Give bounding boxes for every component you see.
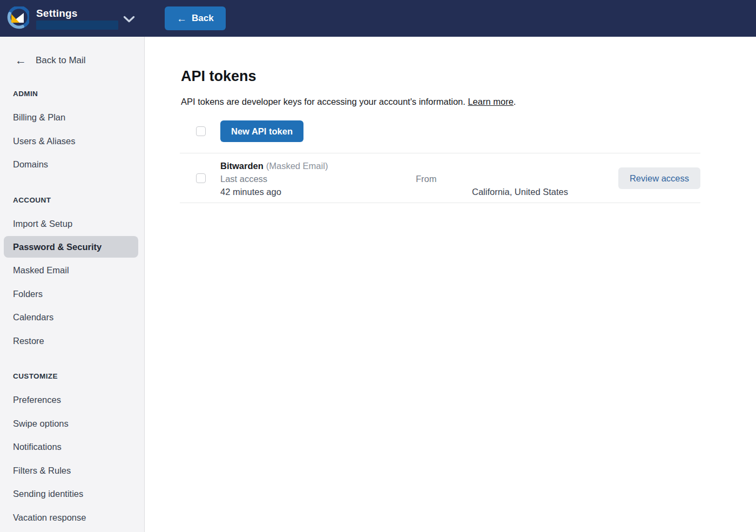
section-header-admin: ADMIN xyxy=(0,90,144,98)
sidebar-item-folders[interactable]: Folders xyxy=(0,282,144,306)
account-name-redacted xyxy=(36,21,118,30)
main-content: API tokens API tokens are developer keys… xyxy=(145,37,756,532)
sidebar-item-filters-rules[interactable]: Filters & Rules xyxy=(0,459,144,483)
sidebar-item-swipe-options[interactable]: Swipe options xyxy=(0,412,144,436)
sidebar-item-notifications[interactable]: Notifications xyxy=(0,435,144,459)
sidebar-item-users-aliases[interactable]: Users & Aliases xyxy=(0,130,144,153)
sidebar-item-billing-plan[interactable]: Billing & Plan xyxy=(0,106,144,130)
settings-menu[interactable]: Settings xyxy=(36,8,118,30)
sidebar-item-password-security[interactable]: Password & Security xyxy=(4,236,138,258)
page-context-title: Settings xyxy=(36,8,118,19)
sidebar-item-calendars[interactable]: Calendars xyxy=(0,306,144,329)
sidebar-item-domains[interactable]: Domains xyxy=(0,153,144,177)
back-to-mail-label: Back to Mail xyxy=(36,55,86,66)
token-name-suffix: (Masked Email) xyxy=(266,161,328,171)
review-access-button[interactable]: Review access xyxy=(618,167,700,189)
back-button-label: Back xyxy=(192,13,214,24)
learn-more-link[interactable]: Learn more xyxy=(468,97,513,106)
page-description: API tokens are developer keys for access… xyxy=(181,97,700,107)
sidebar-item-vacation-response[interactable]: Vacation response xyxy=(0,506,144,530)
new-api-token-button[interactable]: New API token xyxy=(220,120,303,142)
sidebar-item-restore[interactable]: Restore xyxy=(0,329,144,353)
sidebar-item-masked-email[interactable]: Masked Email xyxy=(0,259,144,282)
back-button[interactable]: ← Back xyxy=(165,6,226,30)
description-text: API tokens are developer keys for access… xyxy=(181,97,465,106)
last-access-label: Last access xyxy=(220,174,267,184)
sidebar-section-customize: CUSTOMIZE Preferences Swipe options Noti… xyxy=(0,372,144,529)
table-row: Bitwarden(Masked Email) Last access 42 m… xyxy=(180,153,700,203)
back-arrow-icon: ← xyxy=(177,14,187,24)
page-title: API tokens xyxy=(181,68,700,85)
token-toolbar: New API token xyxy=(196,120,700,142)
back-to-mail-link[interactable]: ← Back to Mail xyxy=(0,37,144,66)
top-bar: Settings ← Back xyxy=(0,0,756,37)
select-all-checkbox[interactable] xyxy=(196,126,206,136)
sidebar-item-sending-identities[interactable]: Sending identities xyxy=(0,482,144,506)
settings-sidebar: ← Back to Mail ADMIN Billing & Plan User… xyxy=(0,37,145,532)
sidebar-item-import-setup[interactable]: Import & Setup xyxy=(0,212,144,236)
chevron-down-icon[interactable] xyxy=(123,15,135,25)
from-value: California, United States xyxy=(472,187,568,197)
last-access-value: 42 minutes ago xyxy=(220,187,281,197)
token-name: Bitwarden xyxy=(220,161,264,171)
section-header-account: ACCOUNT xyxy=(0,196,144,204)
left-arrow-icon: ← xyxy=(15,55,26,66)
token-row-checkbox[interactable] xyxy=(196,173,206,183)
sidebar-item-preferences[interactable]: Preferences xyxy=(0,388,144,412)
token-name-line: Bitwarden(Masked Email) xyxy=(220,161,328,171)
sidebar-section-account: ACCOUNT Import & Setup Password & Securi… xyxy=(0,196,144,353)
sidebar-section-admin: ADMIN Billing & Plan Users & Aliases Dom… xyxy=(0,90,144,177)
from-label: From xyxy=(416,174,437,184)
fastmail-logo-icon[interactable] xyxy=(5,6,29,30)
description-suffix: . xyxy=(514,97,516,106)
section-header-customize: CUSTOMIZE xyxy=(0,372,144,380)
